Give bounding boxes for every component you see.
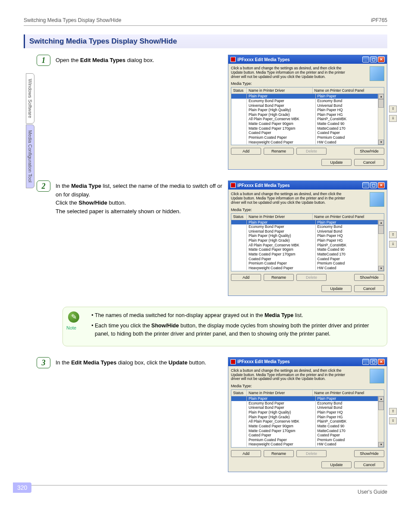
header-status[interactable]: Status	[231, 87, 247, 93]
table-row[interactable]: Plain Paper Plain Paper	[231, 220, 384, 225]
table-row[interactable]: Matte Coated Paper 90gsm Matte Coated 90	[231, 247, 384, 252]
maximize-button[interactable]: ▢	[370, 359, 377, 365]
move-up-icon[interactable]: ⇧	[389, 231, 397, 238]
table-row[interactable]: Coated Paper Coated Paper	[231, 257, 384, 261]
table-row[interactable]: Premium Coated Paper Premium Coated	[231, 261, 384, 266]
delete-button[interactable]: Delete	[296, 450, 327, 457]
table-row[interactable]: Universal Bond Paper Universal Bond	[231, 103, 384, 108]
side-tab-media-config-tool[interactable]: Media Configuration Tool	[26, 124, 34, 188]
scroll-up-icon[interactable]: ▴	[378, 94, 384, 99]
scroll-thumb[interactable]	[378, 401, 384, 410]
table-row[interactable]: Plain Paper (High Quality) Plain Paper H…	[231, 233, 384, 238]
move-up-icon[interactable]: ⇧	[389, 408, 397, 415]
header-panel-name[interactable]: Name on Printer Control Panel	[313, 214, 378, 220]
media-type-list[interactable]: Status Name in Printer Driver Name on Pr…	[231, 87, 384, 145]
dialog-titlebar[interactable]: iPFxxxx Edit Media Types _ ▢ ✕	[228, 358, 387, 366]
rename-button[interactable]: Rename	[264, 148, 294, 155]
table-row[interactable]: Plain Paper Plain Paper	[231, 396, 384, 401]
dialog-titlebar[interactable]: iPFxxxx Edit Media Types _ ▢ ✕	[228, 181, 387, 190]
table-row[interactable]: Plain Paper (High Grade) Plain Paper HG	[231, 112, 384, 117]
update-button[interactable]: Update	[321, 285, 352, 292]
scrollbar[interactable]: ▴ ▾	[378, 396, 384, 447]
scroll-thumb[interactable]	[378, 225, 384, 234]
table-row[interactable]: Coated Paper Coated Paper	[231, 433, 384, 438]
table-row[interactable]: Plain Paper (High Grade) Plain Paper HG	[231, 238, 384, 243]
table-row[interactable]: Economy Bond Paper Economy Bond	[231, 224, 384, 229]
table-row[interactable]: Heavyweight Coated Paper HW Coated	[231, 140, 384, 145]
move-up-icon[interactable]: ⇧	[389, 106, 397, 112]
show-hide-button[interactable]: Show/Hide	[354, 274, 384, 281]
table-row[interactable]: Universal Bond Paper Universal Bond	[231, 229, 384, 234]
minimize-button[interactable]: _	[362, 182, 369, 188]
cancel-button[interactable]: Cancel	[354, 285, 384, 292]
header-panel-name[interactable]: Name on Printer Control Panel	[313, 390, 378, 396]
cancel-button[interactable]: Cancel	[354, 461, 384, 468]
media-type-list[interactable]: Status Name in Printer Driver Name on Pr…	[231, 213, 384, 271]
table-row[interactable]: All Plain Paper_Conserve MBK PlainP_Cons…	[231, 243, 384, 248]
table-row[interactable]: Economy Bond Paper Economy Bond	[231, 99, 384, 103]
list-body[interactable]: Plain Paper Plain Paper Economy Bond Pap…	[231, 94, 384, 145]
list-body[interactable]: Plain Paper Plain Paper Economy Bond Pap…	[231, 396, 384, 447]
table-row[interactable]: Premium Coated Paper Premium Coated	[231, 438, 384, 442]
add-button[interactable]: Add	[231, 274, 261, 281]
table-row[interactable]: Matte Coated Paper 170gsm MatteCoated 17…	[231, 429, 384, 433]
header-status[interactable]: Status	[231, 214, 247, 220]
delete-button[interactable]: Delete	[296, 148, 327, 155]
delete-button[interactable]: Delete	[296, 274, 327, 281]
scroll-up-icon[interactable]: ▴	[378, 396, 384, 401]
scroll-thumb[interactable]	[378, 99, 384, 108]
table-row[interactable]: Matte Coated Paper 90gsm Matte Coated 90	[231, 424, 384, 429]
move-down-icon[interactable]: ⇩	[389, 417, 397, 424]
close-button[interactable]: ✕	[378, 56, 385, 62]
table-row[interactable]: All Plain Paper_Conserve MBK PlainP_Cons…	[231, 419, 384, 424]
add-button[interactable]: Add	[231, 148, 261, 155]
table-row[interactable]: Plain Paper (High Quality) Plain Paper H…	[231, 108, 384, 112]
table-row[interactable]: Heavyweight Coated Paper HW Coated	[231, 266, 384, 271]
header-status[interactable]: Status	[231, 390, 247, 396]
update-button[interactable]: Update	[321, 159, 352, 166]
scroll-up-icon[interactable]: ▴	[378, 220, 384, 225]
maximize-button[interactable]: ▢	[370, 182, 377, 188]
scrollbar[interactable]: ▴ ▾	[378, 94, 384, 145]
media-type-list[interactable]: Status Name in Printer Driver Name on Pr…	[231, 389, 384, 448]
table-row[interactable]: Matte Coated Paper 90gsm Matte Coated 90	[231, 121, 384, 126]
list-body[interactable]: Plain Paper Plain Paper Economy Bond Pap…	[231, 220, 384, 271]
close-button[interactable]: ✕	[378, 359, 385, 365]
scroll-down-icon[interactable]: ▾	[378, 266, 384, 271]
header-driver-name[interactable]: Name in Printer Driver	[247, 214, 313, 220]
media-type-label: Media Type:	[231, 384, 384, 388]
dialog-titlebar[interactable]: iPFxxxx Edit Media Types _ ▢ ✕	[228, 55, 387, 64]
cancel-button[interactable]: Cancel	[354, 159, 384, 166]
table-row[interactable]: Economy Bond Paper Economy Bond	[231, 401, 384, 406]
table-row[interactable]: Coated Paper Coated Paper	[231, 131, 384, 135]
rename-button[interactable]: Rename	[264, 274, 294, 281]
header-panel-name[interactable]: Name on Printer Control Panel	[313, 87, 378, 93]
table-row[interactable]: Plain Paper (High Grade) Plain Paper HG	[231, 415, 384, 420]
minimize-button[interactable]: _	[362, 56, 369, 62]
scroll-down-icon[interactable]: ▾	[378, 442, 384, 447]
show-hide-button[interactable]: Show/Hide	[354, 450, 384, 457]
add-button[interactable]: Add	[231, 450, 261, 457]
move-down-icon[interactable]: ⇩	[389, 241, 397, 248]
scroll-down-icon[interactable]: ▾	[378, 140, 384, 145]
scrollbar[interactable]: ▴ ▾	[378, 220, 384, 271]
table-row[interactable]: All Plain Paper_Conserve MBK PlainP_Cons…	[231, 117, 384, 121]
move-down-icon[interactable]: ⇩	[389, 115, 397, 122]
table-row[interactable]: Premium Coated Paper Premium Coated	[231, 135, 384, 140]
header-driver-name[interactable]: Name in Printer Driver	[247, 87, 313, 93]
maximize-button[interactable]: ▢	[370, 56, 377, 62]
table-row[interactable]: Plain Paper Plain Paper	[231, 94, 384, 99]
minimize-button[interactable]: _	[362, 359, 369, 365]
rename-button[interactable]: Rename	[264, 450, 294, 457]
table-row[interactable]: Heavyweight Coated Paper HW Coated	[231, 442, 384, 447]
table-row[interactable]: Universal Bond Paper Universal Bond	[231, 405, 384, 410]
table-row[interactable]: Matte Coated Paper 170gsm MatteCoated 17…	[231, 126, 384, 131]
table-row[interactable]: Matte Coated Paper 170gsm MatteCoated 17…	[231, 252, 384, 257]
update-button[interactable]: Update	[321, 461, 352, 468]
header-driver-name[interactable]: Name in Printer Driver	[247, 390, 313, 396]
table-row[interactable]: Plain Paper (High Quality) Plain Paper H…	[231, 410, 384, 415]
close-button[interactable]: ✕	[378, 182, 385, 188]
side-tab-windows-software[interactable]: Windows Software	[26, 73, 34, 124]
show-hide-button[interactable]: Show/Hide	[354, 148, 384, 155]
step-number: 3	[37, 357, 50, 368]
